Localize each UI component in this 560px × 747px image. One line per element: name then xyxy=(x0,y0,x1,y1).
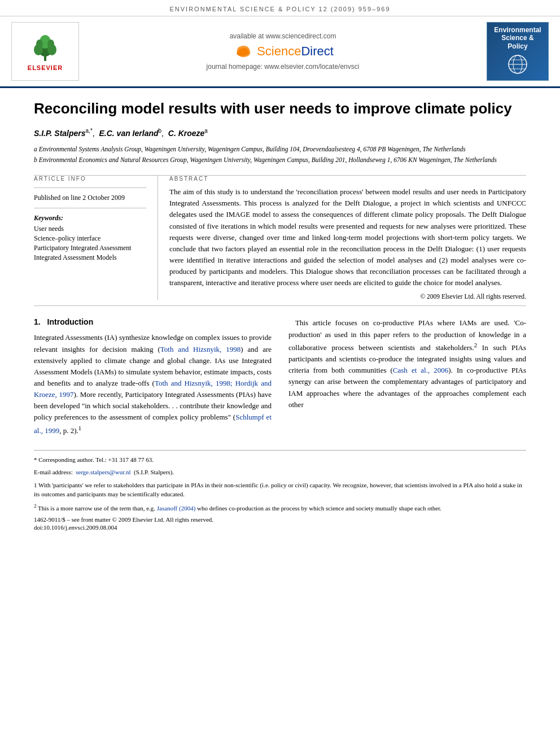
section-1-title: Introduction xyxy=(47,317,94,326)
article-title: Reconciling model results with user need… xyxy=(34,99,526,119)
page: ENVIRONMENTAL SCIENCE & POLICY 12 (2009)… xyxy=(0,0,560,747)
article-info-label: ARTICLE INFO xyxy=(34,176,146,182)
ref-cash[interactable]: Cash et al., 2006 xyxy=(393,366,448,374)
globe-icon xyxy=(506,53,529,77)
section-1-num: 1. xyxy=(34,317,41,326)
ref-jasanoff[interactable]: Jasanoff (2004) xyxy=(157,505,196,512)
info-divider xyxy=(34,187,146,188)
ref-schlumpf[interactable]: Schlumpf et al., 1999 xyxy=(34,413,272,434)
keyword-3: Participatory Integrated Assessment xyxy=(34,244,146,252)
info-divider-2 xyxy=(34,208,146,208)
published-date: Published on line 2 October 2009 xyxy=(34,194,146,202)
article-info-abstract: ARTICLE INFO Published on line 2 October… xyxy=(0,176,560,300)
article-title-section: Reconciling model results with user need… xyxy=(0,88,560,175)
sd-leaf-icon xyxy=(232,43,255,59)
intro-para-1: Integrated Assessments (IA) synthesize k… xyxy=(34,332,272,436)
affiliations: a Environmental Systems Analysis Group, … xyxy=(34,145,526,165)
footnote-1: 1 With 'participants' we refer to stakeh… xyxy=(34,480,526,499)
elsevier-label: ELSEVIER xyxy=(28,64,63,71)
author-stalpers: S.I.P. Stalpers xyxy=(34,129,86,138)
word-extensively: extensively xyxy=(34,356,67,365)
article-info-col: ARTICLE INFO Published on line 2 October… xyxy=(34,176,158,300)
intro-para-2: This article focuses on co-productive PI… xyxy=(288,317,526,410)
email-person: (S.I.P. Stalpers). xyxy=(134,469,174,475)
main-content: 1. Introduction Integrated Assessments (… xyxy=(0,306,560,441)
elsevier-logo: ELSEVIER xyxy=(28,32,63,71)
ref-toth-hordijk[interactable]: Toth and Hizsnyik, 1998; Hordijk and Kro… xyxy=(34,379,272,399)
email-line: E-mail address: serge.stalpers@wur.nl (S… xyxy=(34,468,526,477)
email-link[interactable]: serge.stalpers@wur.nl xyxy=(76,469,130,475)
doi-line: doi:10.1016/j.envsci.2009.08.004 xyxy=(34,524,526,531)
author-van-ierland: E.C. van Ierland xyxy=(99,129,158,138)
email-label: E-mail address: xyxy=(34,469,73,475)
section-1-heading: 1. Introduction xyxy=(34,317,272,326)
corresponding-label: * Corresponding author. Tel.: +31 317 48… xyxy=(34,456,154,463)
author-kroeze: C. Kroeze xyxy=(168,129,205,138)
footnote-divider xyxy=(34,450,526,451)
badge-title: EnvironmentalScience &Policy xyxy=(494,26,541,50)
abstract-col: ABSTRACT The aim of this study is to und… xyxy=(158,176,526,300)
available-text: available at www.sciencedirect.com xyxy=(230,32,336,40)
journal-header-text: ENVIRONMENTAL SCIENCE & POLICY 12 (2009)… xyxy=(169,6,390,12)
keywords-label: Keywords: xyxy=(34,214,146,222)
banner: ELSEVIER available at www.sciencedirect.… xyxy=(0,16,560,88)
elsevier-tree-icon xyxy=(28,32,62,63)
copyright: © 2009 Elsevier Ltd. All rights reserved… xyxy=(169,293,526,300)
banner-center: available at www.sciencedirect.com Scien… xyxy=(79,22,487,81)
journal-header: ENVIRONMENTAL SCIENCE & POLICY 12 (2009)… xyxy=(0,0,560,16)
footnote-2: 2 This is a more narrow use of the term … xyxy=(34,503,526,513)
abstract-label: ABSTRACT xyxy=(169,176,526,182)
abstract-text: The aim of this study is to understand t… xyxy=(169,186,526,289)
keyword-1: User needs xyxy=(34,225,146,233)
content-right: This article focuses on co-productive PI… xyxy=(288,317,526,441)
svg-point-5 xyxy=(36,40,43,49)
journal-badge: EnvironmentalScience &Policy xyxy=(487,22,549,81)
content-left: 1. Introduction Integrated Assessments (… xyxy=(34,317,272,441)
keyword-2: Science–policy interface xyxy=(34,234,146,243)
authors-line: S.I.P. Stalpersa,*, E.C. van Ierlandb, C… xyxy=(34,128,526,138)
footnotes-section: * Corresponding author. Tel.: +31 317 48… xyxy=(0,455,560,531)
ref-toth-1998[interactable]: Toth and Hizsnyik, 1998 xyxy=(160,345,240,353)
elsevier-logo-box: ELSEVIER xyxy=(11,22,79,81)
rights-line: 1462-9011/$ – see front matter © 2009 El… xyxy=(34,516,526,523)
journal-homepage: journal homepage: www.elsevier.com/locat… xyxy=(207,63,360,71)
affil-a: a Environmental Systems Analysis Group, … xyxy=(34,145,526,154)
sd-logo-text: ScienceDirect xyxy=(257,44,334,59)
corresponding-author: * Corresponding author. Tel.: +31 317 48… xyxy=(34,455,526,465)
svg-point-6 xyxy=(47,40,54,49)
keyword-4: Integrated Assessment Models xyxy=(34,254,146,262)
affil-b: b Environmental Economics and Natural Re… xyxy=(34,155,526,165)
sciencedirect-logo: ScienceDirect xyxy=(232,43,334,59)
